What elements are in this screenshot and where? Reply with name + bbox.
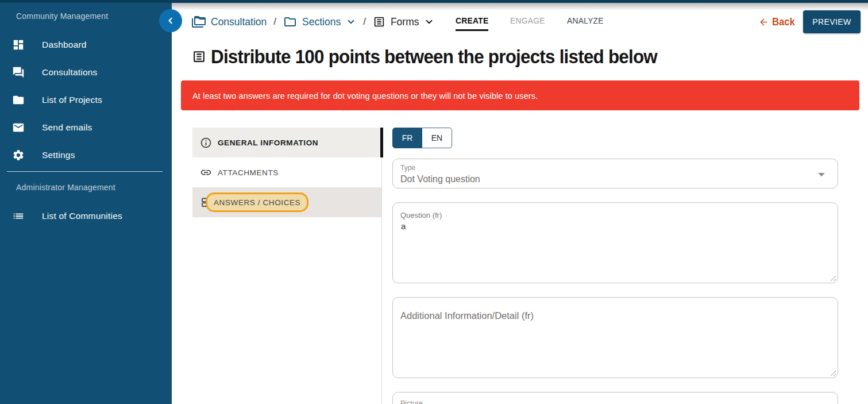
info-icon bbox=[200, 137, 212, 149]
sidebar-item-label: Consultations bbox=[42, 67, 98, 78]
header-actions: Back PREVIEW bbox=[757, 10, 861, 33]
picture-field[interactable]: Picture bbox=[392, 392, 838, 404]
link-icon bbox=[200, 167, 212, 179]
additional-info-textarea[interactable]: Additional Information/Detail (fr) bbox=[392, 297, 838, 378]
breadcrumb-label: Consultation bbox=[211, 16, 267, 28]
type-value: Dot Voting question bbox=[400, 174, 480, 184]
header-tabs: CREATE ENGAGE ANALYZE bbox=[456, 16, 607, 31]
sidebar-item-list-of-projects[interactable]: List of Projects bbox=[0, 86, 172, 114]
main-content: Consultation / Sections / Forms CREATE E… bbox=[172, 0, 868, 404]
breadcrumb: Consultation / Sections / Forms bbox=[192, 14, 434, 30]
section-tab-label: ANSWERS / CHOICES bbox=[214, 198, 300, 207]
folder-icon bbox=[283, 15, 297, 29]
lang-tab-en[interactable]: EN bbox=[422, 128, 452, 148]
page-title: Distribute 100 points between the projec… bbox=[211, 46, 657, 68]
sidebar-item-list-of-communities[interactable]: List of Communities bbox=[0, 202, 172, 230]
sidebar-item-label: List of Communities bbox=[42, 211, 122, 221]
tab-analyze[interactable]: ANALYZE bbox=[567, 16, 604, 31]
section-tab-label: GENERAL INFORMATION bbox=[218, 138, 318, 147]
sidebar-item-settings[interactable]: Settings bbox=[0, 141, 172, 169]
tab-engage[interactable]: ENGAGE bbox=[510, 16, 545, 31]
dashboard-icon bbox=[11, 38, 25, 52]
chevron-down-icon bbox=[346, 17, 356, 27]
focus-ring: ANSWERS / CHOICES bbox=[206, 193, 308, 212]
question-textarea[interactable]: Question (fr) a bbox=[392, 202, 838, 283]
list-icon bbox=[11, 209, 25, 223]
resize-handle-icon[interactable] bbox=[830, 370, 836, 376]
tab-answers-choices[interactable]: ANSWERS / CHOICES bbox=[192, 187, 381, 217]
breadcrumb-item-forms[interactable]: Forms bbox=[373, 16, 435, 28]
folder-copy-icon bbox=[192, 15, 206, 29]
lang-tab-fr[interactable]: FR bbox=[392, 128, 422, 148]
breadcrumb-separator: / bbox=[363, 16, 366, 28]
question-value: a bbox=[401, 221, 406, 231]
sidebar: Community Management Dashboard Consultat… bbox=[0, 0, 172, 404]
alert-text: At least two answers are required for do… bbox=[192, 91, 538, 101]
sidebar-item-label: Send emails bbox=[42, 122, 92, 133]
breadcrumb-label: Forms bbox=[391, 16, 419, 28]
tab-general-information[interactable]: GENERAL INFORMATION bbox=[192, 128, 381, 157]
section-tabs: GENERAL INFORMATION ATTACHMENTS ANSWERS … bbox=[192, 128, 382, 404]
section-tab-label: ATTACHMENTS bbox=[218, 168, 279, 177]
sidebar-item-label: Dashboard bbox=[42, 40, 87, 50]
picture-label: Picture bbox=[400, 399, 423, 404]
tab-attachments[interactable]: ATTACHMENTS bbox=[192, 157, 381, 187]
breadcrumb-item-consultation[interactable]: Consultation bbox=[192, 15, 267, 29]
resize-handle-icon[interactable] bbox=[830, 275, 836, 281]
preview-button[interactable]: PREVIEW bbox=[803, 10, 861, 33]
active-tab-indicator bbox=[380, 128, 383, 157]
top-bar bbox=[0, 0, 868, 3]
chevron-left-icon bbox=[165, 15, 176, 26]
language-tabs: FR EN bbox=[392, 128, 838, 148]
breadcrumb-separator: / bbox=[273, 16, 276, 28]
arrow-left-icon bbox=[758, 17, 769, 28]
additional-info-label: Additional Information/Detail (fr) bbox=[400, 310, 534, 321]
collapse-sidebar-button[interactable] bbox=[159, 9, 182, 32]
sidebar-section-community-management: Community Management bbox=[16, 11, 108, 21]
sidebar-item-dashboard[interactable]: Dashboard bbox=[0, 31, 172, 59]
back-button[interactable]: Back bbox=[758, 16, 795, 28]
folder-icon bbox=[11, 93, 25, 107]
dropdown-arrow-icon bbox=[818, 173, 825, 176]
type-label: Type bbox=[400, 164, 415, 172]
sidebar-item-consultations[interactable]: Consultations bbox=[0, 59, 172, 86]
back-label: Back bbox=[772, 16, 795, 28]
document-icon bbox=[192, 49, 206, 64]
question-form: FR EN Type Dot Voting question Question … bbox=[392, 128, 838, 404]
breadcrumb-label: Sections bbox=[302, 16, 341, 28]
page-title-row: Distribute 100 points between the projec… bbox=[192, 46, 681, 68]
forum-icon bbox=[11, 66, 25, 79]
gear-icon bbox=[11, 148, 25, 162]
type-select[interactable]: Type Dot Voting question bbox=[392, 159, 838, 188]
sidebar-divider bbox=[7, 171, 163, 172]
alert-banner: At least two answers are required for do… bbox=[181, 80, 859, 110]
breadcrumb-item-sections[interactable]: Sections bbox=[283, 15, 356, 29]
sidebar-item-send-emails[interactable]: Send emails bbox=[0, 114, 172, 141]
sidebar-item-label: List of Projects bbox=[42, 95, 102, 105]
chevron-down-icon bbox=[424, 17, 434, 27]
tab-create[interactable]: CREATE bbox=[456, 16, 488, 31]
question-label: Question (fr) bbox=[400, 211, 442, 220]
document-icon bbox=[373, 16, 385, 28]
email-icon bbox=[11, 121, 25, 134]
sidebar-item-label: Settings bbox=[42, 150, 75, 160]
sidebar-section-administrator-management: Administrator Management bbox=[16, 183, 115, 192]
